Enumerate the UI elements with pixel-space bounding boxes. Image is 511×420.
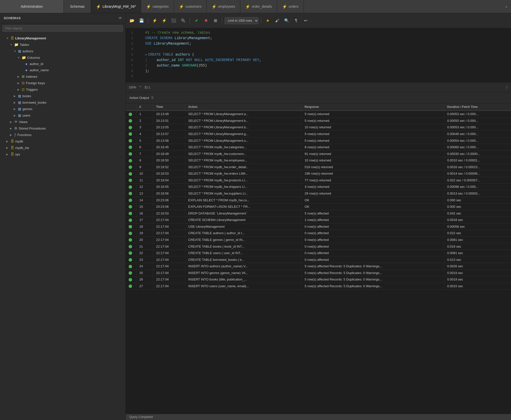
tree-item-authors[interactable]: ▼ ▦ authors	[0, 48, 125, 54]
row-action: SELECT * FROM mydb_hw.customers...	[185, 150, 302, 157]
cancel-button[interactable]: ✖	[202, 17, 210, 24]
col-response[interactable]: Response	[302, 103, 444, 111]
stop-button[interactable]: ⬛	[170, 17, 178, 24]
tree-item-foreign-keys[interactable]: ▶ ⊟ Foreign Keys	[0, 80, 125, 86]
row-action: SELECT * FROM LibraryManagement.b...	[185, 117, 302, 124]
line-number-9: 9	[126, 74, 137, 78]
code-line-4: 4	[126, 47, 511, 53]
row-number: 19	[136, 230, 153, 237]
check-button[interactable]: ✔	[192, 17, 200, 24]
table-row: 14 20:23:06 EXPLAIN SELECT * FROM mydb_h…	[126, 197, 511, 204]
tree-item-tables[interactable]: ▼ 📁 Tables	[0, 41, 125, 48]
execute-button[interactable]: ⚡	[151, 17, 159, 24]
row-number: 6	[136, 144, 153, 150]
col-action[interactable]: Action	[185, 103, 302, 111]
table-row: 5 20:13:58 SELECT * FROM LibraryManageme…	[126, 137, 511, 144]
chevron-down-icon-tables: ▼	[10, 43, 13, 46]
col-duration[interactable]: Duration / Fetch Time	[444, 103, 511, 111]
row-duration: 0.0010 sec / 0.00001...	[444, 157, 511, 164]
output-sort-icon[interactable]: ⇅	[151, 96, 154, 99]
beautify-button[interactable]: 🖌	[273, 17, 281, 24]
row-status-dot	[126, 150, 136, 157]
tree-item-author-id[interactable]: ◆ author_id	[0, 61, 125, 67]
line-number-6: 6	[126, 58, 137, 62]
tree-item-books[interactable]: ▶ ▦ books	[0, 93, 125, 99]
show-invisible-button[interactable]: ¶	[292, 17, 300, 24]
row-response: 10 row(s) returned	[302, 157, 444, 164]
tree-label-librarymanagement: LibraryManagement	[15, 36, 46, 40]
tab-more-button[interactable]: »	[502, 0, 511, 13]
col-status	[126, 103, 136, 111]
table-row: 26 22:17:04 INSERT INTO books (title, pu…	[126, 276, 511, 283]
tab-categories[interactable]: ⚡ categories	[141, 0, 174, 13]
lightning-icon-3: ⚡	[179, 4, 184, 9]
tree-item-mydb[interactable]: ▶ 🗄 mydb	[0, 138, 125, 144]
sidebar-filter-input[interactable]	[2, 25, 123, 32]
row-response: 5 row(s) affected Records: 5 Duplicates:…	[302, 283, 444, 289]
sidebar-refresh-icon[interactable]: ⟳	[119, 16, 122, 20]
chevron-right-icon-triggers: ▶	[17, 88, 20, 91]
tree-item-sys[interactable]: ▶ 🗄 sys	[0, 151, 125, 157]
code-line-8: 8 );	[126, 69, 511, 74]
format-button[interactable]: ⊞	[211, 17, 219, 24]
row-action: INSERT INTO genres (genre_name) VA...	[185, 270, 302, 276]
tab-order-details[interactable]: ⚡ order_details	[240, 0, 277, 13]
save-button[interactable]: 💾	[138, 17, 146, 24]
row-duration: 0.00030 sec / 0.0000...	[444, 150, 511, 157]
zoom-stepper[interactable]: ⌃	[139, 85, 142, 89]
row-number: 3	[136, 124, 153, 131]
row-number: 2	[136, 117, 153, 124]
table-row: 13 20:18:56 SELECT * FROM mydb_hw.suppli…	[126, 190, 511, 197]
tree-item-columns[interactable]: ▼ 📁 Columns	[0, 54, 125, 61]
row-status-dot	[126, 210, 136, 217]
row-status-dot	[126, 117, 136, 124]
reconnect-button[interactable]: 🔌	[179, 17, 187, 24]
row-duration: 0.0014 sec / 0.00006...	[444, 170, 511, 177]
tree-item-indexes[interactable]: ▶ ⊞ Indexes	[0, 73, 125, 80]
tree-label-foreign-keys: Foreign Keys	[26, 81, 45, 85]
tab-administration[interactable]: Administration	[0, 0, 64, 13]
code-editor[interactable]: 1 #1 -- Create new schema, tables 2 CREA…	[126, 28, 511, 83]
tree-item-librarymanagement[interactable]: ▼ 🗄 LibraryManagement	[0, 35, 125, 41]
output-table-wrap[interactable]: # Time Action Response Duration / Fetch …	[126, 103, 511, 414]
limit-select[interactable]: Limit to 1000 rows	[225, 17, 258, 24]
database-icon-mydb: 🗄	[10, 139, 14, 143]
tree-item-functions[interactable]: ▶ ƒ Functions	[0, 132, 125, 138]
tree-item-borrowed-books[interactable]: ▶ ▦ borrowed_books	[0, 99, 125, 106]
tree-item-mydb-hw[interactable]: ▶ 🗄 mydb_hw	[0, 144, 125, 151]
line-content-5: ⊖CREATE TABLE authors (	[137, 53, 194, 57]
open-file-button[interactable]: 📂	[128, 17, 136, 24]
tree-item-views[interactable]: ▶ 👁 Views	[0, 119, 125, 125]
tree-item-genres[interactable]: ▶ ▦ genres	[0, 106, 125, 112]
row-number: 18	[136, 223, 153, 230]
bookmark-button[interactable]: ★	[264, 17, 272, 24]
row-action: DROP DATABASE `LibraryManagement`	[185, 210, 302, 217]
row-time: 22:17:04	[153, 223, 185, 230]
table-row: 17 22:17:04 CREATE SCHEMA LibraryManagem…	[126, 217, 511, 223]
row-number: 20	[136, 236, 153, 243]
tree-item-stored-procedures[interactable]: ▶ ⚙ Stored Procedures	[0, 125, 125, 132]
row-status-dot	[126, 283, 136, 289]
tree-item-triggers[interactable]: ▶ ⊡ Triggers	[0, 86, 125, 93]
main-layout: SCHEMAS ⟳ ▼ 🗄 LibraryManagement ▼ 📁 Tabl…	[0, 13, 511, 420]
chevron-right-icon-genres: ▶	[14, 108, 17, 110]
tab-employees[interactable]: ⚡ employees	[207, 0, 240, 13]
tree-item-author-name[interactable]: ◆ author_name	[0, 67, 125, 73]
row-action: INSERT INTO users (user_name, email)...	[185, 283, 302, 289]
tab-customers[interactable]: ⚡ customers	[174, 0, 207, 13]
database-icon-sys: 🗄	[10, 152, 14, 156]
tab-orders[interactable]: ⚡ orders	[277, 0, 304, 13]
schema-tree: ▼ 🗄 LibraryManagement ▼ 📁 Tables ▼ ▦ aut…	[0, 34, 125, 420]
execute-selection-button[interactable]: ⚡	[160, 17, 168, 24]
row-time: 20:18:54	[153, 177, 185, 184]
row-time: 20:13:49	[153, 111, 185, 117]
row-response: 196 row(s) returned	[302, 170, 444, 177]
col-time[interactable]: Time	[153, 103, 185, 111]
search-button[interactable]: 🔍	[283, 17, 291, 24]
tree-item-users[interactable]: ▶ ▦ users	[0, 112, 125, 119]
table-row: 21 22:17:04 CREATE TABLE books ( book_id…	[126, 243, 511, 250]
wrap-button[interactable]: ↩	[302, 17, 310, 24]
row-number: 13	[136, 190, 153, 197]
tab-schemas[interactable]: Schemas	[64, 0, 91, 13]
tab-librarymgnt[interactable]: ⚡ LibraryMngt_HW_04*	[91, 0, 141, 13]
